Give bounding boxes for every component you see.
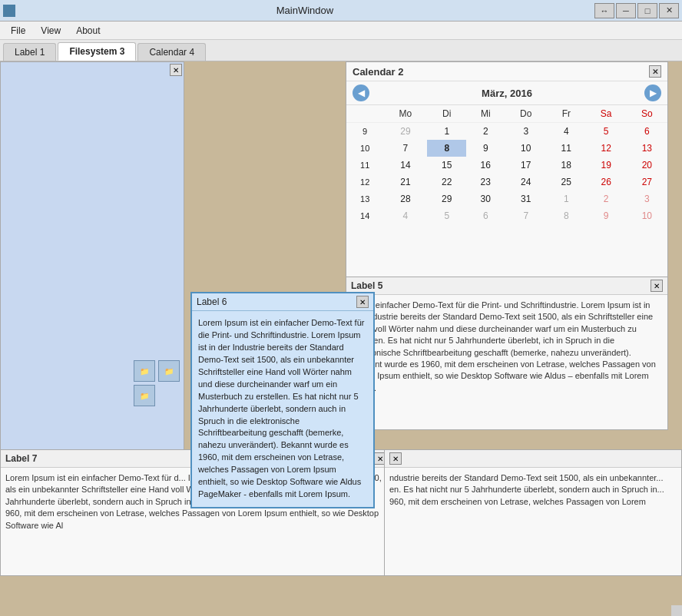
sun-header: So	[627, 105, 667, 123]
calendar-day[interactable]: 9	[586, 207, 627, 224]
calendar-day[interactable]: 8	[427, 140, 466, 157]
scrollbar-corner	[671, 605, 682, 616]
main-area: ✕ 📁 📁 📁 Calendar 2 ✕ ◀ März, 2016 ▶	[0, 61, 682, 616]
calendar-day[interactable]: 10	[627, 207, 667, 224]
calendar-day[interactable]: 15	[427, 157, 466, 174]
week-number: 13	[346, 190, 383, 207]
tab-calendar4[interactable]: Calendar 4	[137, 43, 206, 61]
calendar-prev-button[interactable]: ◀	[353, 84, 369, 101]
label5-close-button[interactable]: ✕	[651, 280, 663, 292]
calendar-day[interactable]: 21	[383, 174, 427, 190]
calendar-day[interactable]: 14	[383, 157, 427, 174]
calendar-day[interactable]: 19	[586, 157, 627, 174]
calendar2-title: Calendar 2	[353, 66, 403, 78]
minimize-button[interactable]: ─	[616, 3, 636, 18]
label8-content: ndustrie bereits der Standard Demo-Text …	[385, 468, 681, 512]
title-bar: MainWindow ↔ ─ □ ✕	[0, 0, 682, 22]
calendar-day[interactable]: 13	[627, 140, 667, 157]
calendar-day[interactable]: 29	[427, 190, 466, 207]
calendar-grid: Mo Di Mi Do Fr Sa So 9291234561078910111…	[346, 105, 667, 224]
menu-view[interactable]: View	[33, 24, 68, 38]
label8-panel: ✕ ndustrie bereits der Standard Demo-Tex…	[384, 449, 682, 576]
calendar-day[interactable]: 25	[547, 174, 586, 190]
calendar-day[interactable]: 27	[627, 174, 667, 190]
calendar-day[interactable]: 6	[627, 123, 667, 141]
tab-bar: Label 1 Filesystem 3 Calendar 4	[0, 40, 682, 61]
filesystem-panel: ✕ 📁 📁 📁	[0, 61, 184, 453]
tab-filesystem3[interactable]: Filesystem 3	[58, 42, 136, 61]
week-number: 12	[346, 174, 383, 190]
calendar-day[interactable]: 7	[383, 140, 427, 157]
mon-header: Mo	[383, 105, 427, 123]
calendar2-close-button[interactable]: ✕	[649, 65, 661, 78]
fri-header: Fr	[547, 105, 586, 123]
calendar-month-year: März, 2016	[482, 88, 532, 99]
calendar-day[interactable]: 17	[505, 157, 548, 174]
label5-panel: Label 5 ✕ ist ein einfacher Demo-Text fü…	[346, 277, 668, 430]
calendar-day[interactable]: 5	[586, 123, 627, 141]
week-number: 9	[346, 123, 383, 141]
sat-header: Sa	[586, 105, 627, 123]
label8-titlebar: ✕	[385, 450, 681, 468]
calendar-day[interactable]: 2	[586, 190, 627, 207]
label5-titlebar: Label 5 ✕	[346, 277, 667, 295]
calendar-day[interactable]: 20	[627, 157, 667, 174]
calendar2-titlebar: Calendar 2 ✕	[346, 62, 667, 81]
week-number: 11	[346, 157, 383, 174]
calendar-day[interactable]: 4	[547, 123, 586, 141]
calendar-day[interactable]: 22	[427, 174, 466, 190]
calendar-day[interactable]: 1	[427, 123, 466, 141]
calendar-day[interactable]: 7	[505, 207, 548, 224]
calendar-day[interactable]: 31	[505, 190, 548, 207]
calendar-next-button[interactable]: ▶	[644, 84, 661, 101]
calendar-day[interactable]: 24	[505, 174, 548, 190]
calendar-day[interactable]: 16	[466, 157, 505, 174]
week-number: 14	[346, 207, 383, 224]
calendar-day[interactable]: 11	[547, 140, 586, 157]
calendar-day[interactable]: 4	[383, 207, 427, 224]
resize-button[interactable]: ↔	[594, 3, 614, 18]
calendar-day[interactable]: 8	[547, 207, 586, 224]
label7-title: Label 7	[5, 453, 37, 464]
maximize-button[interactable]: □	[637, 3, 657, 18]
calendar2-panel: Calendar 2 ✕ ◀ März, 2016 ▶ Mo Di Mi Do …	[346, 61, 668, 284]
calendar-day[interactable]: 3	[505, 123, 548, 141]
title-bar-controls: ↔ ─ □ ✕	[594, 3, 679, 18]
calendar-day[interactable]: 26	[586, 174, 627, 190]
label6-titlebar: Label 6 ✕	[192, 293, 373, 311]
calendar-day[interactable]: 30	[466, 190, 505, 207]
label6-title: Label 6	[197, 296, 227, 307]
tue-header: Di	[427, 105, 466, 123]
calendar-day[interactable]: 3	[627, 190, 667, 207]
folder-icon-2[interactable]: 📁	[158, 360, 180, 382]
calendar-day[interactable]: 18	[547, 157, 586, 174]
label8-close-button[interactable]: ✕	[389, 452, 402, 465]
calendar-day[interactable]: 5	[427, 207, 466, 224]
menu-file[interactable]: File	[3, 24, 33, 38]
wed-header: Mi	[466, 105, 505, 123]
calendar-day[interactable]: 9	[466, 140, 505, 157]
calendar-day[interactable]: 10	[505, 140, 548, 157]
calendar-day[interactable]: 2	[466, 123, 505, 141]
menu-bar: File View About	[0, 22, 682, 40]
filesystem-close-button[interactable]: ✕	[170, 64, 182, 76]
label6-content: Lorem Ipsum ist ein einfacher Demo-Text …	[192, 311, 373, 507]
calendar-day[interactable]: 6	[466, 207, 505, 224]
label5-content: ist ein einfacher Demo-Text für die Prin…	[346, 295, 667, 399]
filesystem-icons: 📁 📁 📁	[134, 360, 180, 406]
week-col-header	[346, 105, 383, 123]
close-button[interactable]: ✕	[659, 3, 679, 18]
tab-label1[interactable]: Label 1	[3, 43, 56, 61]
calendar-day[interactable]: 12	[586, 140, 627, 157]
folder-icon-1[interactable]: 📁	[134, 360, 155, 382]
label6-dialog: Label 6 ✕ Lorem Ipsum ist ein einfacher …	[190, 292, 375, 508]
calendar-day[interactable]: 23	[466, 174, 505, 190]
calendar-day[interactable]: 29	[383, 123, 427, 141]
calendar-day[interactable]: 1	[547, 190, 586, 207]
calendar-day[interactable]: 28	[383, 190, 427, 207]
menu-about[interactable]: About	[68, 24, 108, 38]
folder-icon-3[interactable]: 📁	[134, 385, 155, 406]
label6-close-button[interactable]: ✕	[356, 296, 369, 308]
app-title: MainWindow	[15, 5, 594, 16]
app-icon	[3, 5, 15, 17]
